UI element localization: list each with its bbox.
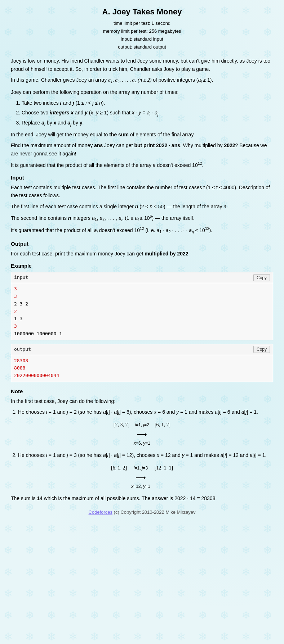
output-type: output: standard output — [11, 43, 273, 51]
problem-meta: time limit per test: 1 second memory lim… — [11, 19, 273, 51]
operation-3: Replace ai by x and aj by y. — [22, 119, 273, 128]
note-header: Note — [11, 387, 273, 396]
problem-title: A. Joey Takes Money — [11, 7, 273, 17]
input-line-4: 2 — [14, 308, 270, 316]
note-p1: In the first test case, Joey can do the … — [11, 397, 273, 405]
output-line-3: 2022000000004044 — [14, 372, 270, 380]
output-line-2: 8088 — [14, 364, 270, 372]
output-code-content: 28308 8088 2022000000004044 — [11, 355, 273, 382]
intro-p1: Joey is low on money. His friend Chandle… — [11, 57, 273, 73]
output-code-header: output Copy — [11, 344, 273, 355]
input-line-6: 3 — [14, 323, 270, 330]
intro-p6: It is guaranteed that the product of all… — [11, 160, 273, 169]
output-line-1: 28308 — [14, 357, 270, 365]
formula-2-right: [12, 1, 1] — [155, 465, 173, 471]
input-line-1: 3 — [14, 285, 270, 293]
example-section: Example input Copy 3 3 2 3 2 2 1 3 3 100… — [11, 262, 273, 382]
input-code-label: input — [14, 274, 28, 281]
note-steps: He chooses i = 1 and j = 2 (so he has a[… — [18, 408, 273, 416]
input-p1: Each test contains multiple test cases. … — [11, 183, 273, 200]
output-p1: For each test case, print the maximum mo… — [11, 250, 273, 258]
formula-2: [6, 1, 2] i=1, j=3 ⟶ x=12, y=1 [12, 1, 1… — [11, 464, 273, 490]
formula-1-arrow: i=1, j=2 ⟶ x=6, y=1 — [134, 422, 150, 447]
input-p4: It's guaranteed that the product of all … — [11, 226, 273, 235]
input-header: Input — [11, 173, 273, 182]
output-code-label: output — [14, 346, 31, 353]
formula-2-left: [6, 1, 2] — [111, 465, 127, 471]
intro-section: Joey is low on money. His friend Chandle… — [11, 57, 273, 169]
input-line-2: 3 — [14, 293, 270, 300]
array-notation: a1, a2, . . . , an (n ≥ 2) — [108, 77, 151, 83]
codeforces-link[interactable]: Codeforces — [89, 509, 112, 515]
note-section: Note In the first test case, Joey can do… — [11, 387, 273, 502]
footer-copyright: (c) Copyright 2010-2022 Mike Mirzayev — [112, 509, 195, 515]
note-step-2: He chooses i = 1 and j = 3 (so he has a[… — [18, 451, 273, 459]
example-label: Example — [11, 262, 273, 270]
input-line-3: 2 3 2 — [14, 300, 270, 308]
operations-list: Take two indices i and j (1 ≤ i < j ≤ n)… — [22, 99, 273, 128]
input-code-content: 3 3 2 3 2 2 1 3 3 1000000 1000000 1 — [11, 283, 273, 340]
intro-p3: Joey can perform the following operation… — [11, 88, 273, 96]
intro-p5: Find the maximum amount of money ans Joe… — [11, 141, 273, 158]
output-copy-button[interactable]: Copy — [253, 346, 270, 353]
formula-1-right: [6, 1, 2] — [155, 422, 170, 427]
memory-limit: memory limit per test: 256 megabytes — [11, 27, 273, 35]
intro-p4: In the end, Joey will get the money equa… — [11, 131, 273, 139]
input-type: input: standard input — [11, 35, 273, 43]
input-p3: The second line contains n integers a1, … — [11, 213, 273, 223]
output-section: Output For each test case, print the max… — [11, 240, 273, 258]
output-header: Output — [11, 240, 273, 248]
note-steps-2: He chooses i = 1 and j = 3 (so he has a[… — [18, 451, 273, 459]
input-p2: The first line of each test case contain… — [11, 203, 273, 210]
formula-1-left: [2, 3, 2] — [114, 422, 129, 427]
formula-1: [2, 3, 2] i=1, j=2 ⟶ x=6, y=1 [6, 1, 2] — [11, 421, 273, 447]
note-step-1: He chooses i = 1 and j = 2 (so he has a[… — [18, 408, 273, 416]
note-conclusion: The sum is 14 which is the maximum of al… — [11, 494, 273, 502]
formula-2-label-top: i=1, j=3 — [134, 465, 148, 472]
input-line-5: 1 3 — [14, 315, 270, 323]
footer: Codeforces (c) Copyright 2010-2022 Mike … — [11, 509, 273, 515]
formula-2-label-bottom: x=12, y=1 — [131, 483, 150, 490]
input-section: Input Each test contains multiple test c… — [11, 173, 273, 235]
intro-p2: In this game, Chandler gives Joey an arr… — [11, 76, 273, 85]
input-line-7: 1000000 1000000 1 — [14, 330, 270, 338]
formula-1-label-bottom: x=6, y=1 — [134, 440, 150, 447]
operation-2: Choose two integers x and y (x, y ≥ 1) s… — [22, 109, 273, 118]
operation-1: Take two indices i and j (1 ≤ i < j ≤ n)… — [22, 99, 273, 107]
input-copy-button[interactable]: Copy — [253, 274, 270, 281]
input-code-block: input Copy 3 3 2 3 2 2 1 3 3 1000000 100… — [11, 272, 273, 340]
output-code-block: output Copy 28308 8088 2022000000004044 — [11, 344, 273, 382]
formula-1-label-top: i=1, j=2 — [135, 422, 149, 428]
time-limit: time limit per test: 1 second — [11, 19, 273, 27]
formula-2-arrow: i=1, j=3 ⟶ x=12, y=1 — [131, 465, 150, 490]
input-code-header: input Copy — [11, 272, 273, 283]
